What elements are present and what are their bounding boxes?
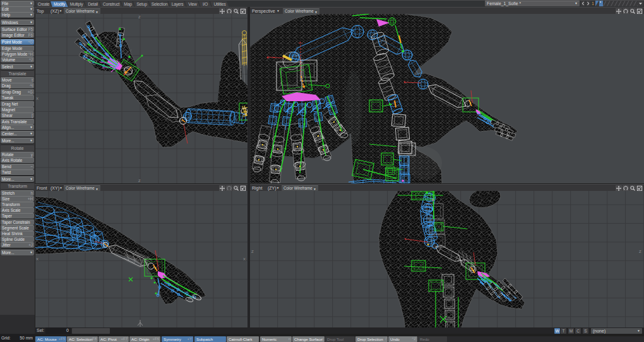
svg-text:X: X [36, 257, 39, 261]
svg-text:Z: Z [251, 250, 254, 253]
svg-text:Z: Z [639, 250, 641, 253]
svg-text:X: X [36, 97, 39, 101]
svg-text:Z: Z [138, 179, 141, 183]
svg-text:X: X [243, 257, 246, 261]
svg-text:Z: Z [138, 15, 141, 19]
